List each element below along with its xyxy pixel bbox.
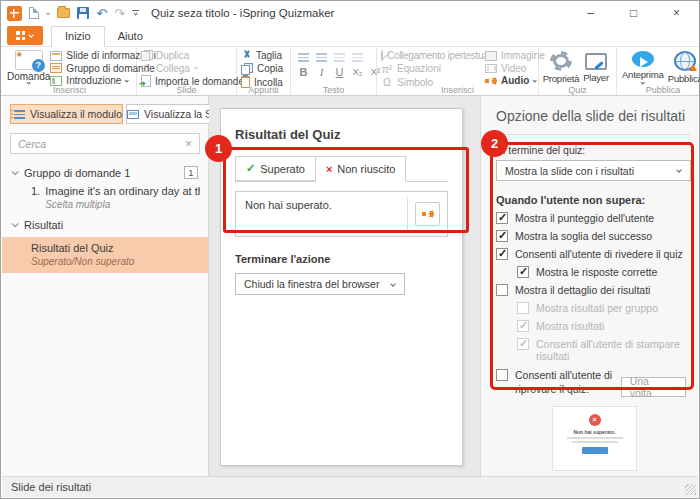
ribbon-group-quiz: Proprietà Player Quiz xyxy=(539,47,617,95)
options-panel-title: Opzione della slide dei risultati xyxy=(496,96,690,134)
pubblica-button[interactable]: Pubblica xyxy=(664,49,700,84)
search-input[interactable] xyxy=(18,138,185,150)
status-bar: Slide dei risultati xyxy=(2,476,698,497)
copia-button[interactable]: Copia xyxy=(241,63,283,75)
maximize-button[interactable]: □ xyxy=(612,1,655,25)
search-box[interactable]: × xyxy=(10,133,200,154)
checkbox-label: Mostra il punteggio dell'utente xyxy=(515,212,654,224)
retry-quiz-row: Consenti all'utente di riprovare il quiz… xyxy=(496,369,690,397)
checkbox-mostra-risultati: Mostra risultati xyxy=(517,320,690,332)
result-message-text: Non hai superato. xyxy=(245,199,332,211)
publish-globe-icon xyxy=(674,51,696,71)
checkbox-riprovare-quiz[interactable] xyxy=(496,369,508,381)
player-button[interactable]: Player xyxy=(579,49,613,84)
checkbox-mostra-punteggio[interactable]: Mostra il punteggio dell'utente xyxy=(496,212,690,224)
quick-access-toolbar: ↶ ↷ xyxy=(7,6,139,21)
result-message-box[interactable]: Non hai superato. xyxy=(235,191,448,237)
result-item-title: Risultati del Quiz xyxy=(31,242,200,254)
checkbox-box[interactable] xyxy=(496,212,508,224)
new-document-dropdown-icon[interactable] xyxy=(46,11,51,16)
customize-toolbar-icon[interactable] xyxy=(132,10,139,15)
collega-label: Collega xyxy=(156,63,190,74)
clear-search-icon[interactable]: × xyxy=(185,138,192,150)
chevron-down-icon[interactable] xyxy=(12,168,19,175)
domanda-button[interactable]: Domanda xyxy=(7,49,50,84)
question-group-icon xyxy=(50,63,62,73)
checkbox-box xyxy=(517,320,529,332)
ribbon-tab-bar: Inizio Aiuto xyxy=(1,25,699,47)
resize-grip[interactable] xyxy=(685,484,696,495)
view-form-label: Visualizza il modulo xyxy=(30,108,122,120)
quiz-end-label: Al termine del quiz: xyxy=(496,144,690,156)
bold-button[interactable]: B xyxy=(298,66,309,78)
divider xyxy=(407,197,408,231)
tab-superato[interactable]: ✓ Superato xyxy=(235,156,316,181)
view-form-button[interactable]: Visualizza il modulo xyxy=(10,104,123,124)
checkbox-rivedere-quiz[interactable]: Consenti all'utente di rivedere il quiz xyxy=(496,248,690,260)
underline-button[interactable]: U xyxy=(334,66,345,78)
ribbon-group-slide: Duplica Collega Importa le domande Slide xyxy=(137,47,237,95)
italic-button[interactable]: I xyxy=(316,66,327,78)
close-button[interactable]: × xyxy=(655,1,698,25)
tab-non-riuscito-label: Non riuscito xyxy=(337,163,395,175)
window-controls: – □ × xyxy=(569,1,698,25)
tree-results-header[interactable]: Risultati xyxy=(10,215,200,234)
proprieta-label: Proprietà xyxy=(543,73,580,84)
copy-icon xyxy=(241,63,253,75)
checkbox-mostra-soglia[interactable]: Mostra la soglia del successo xyxy=(496,230,690,242)
numbered-list-icon[interactable] xyxy=(316,53,327,62)
redo-icon[interactable]: ↷ xyxy=(114,7,125,20)
image-icon xyxy=(485,51,497,61)
proprieta-button[interactable]: Proprietà xyxy=(543,49,579,84)
sidebar: Visualizza il modulo Visualizza la Slide… xyxy=(2,96,209,476)
chevron-down-icon[interactable] xyxy=(12,220,19,227)
open-icon[interactable] xyxy=(57,8,70,18)
quiz-end-select[interactable]: Mostra la slide con i risultati xyxy=(496,160,691,181)
collegamento-label: Collegamento ipertestuale xyxy=(387,50,496,61)
checkbox-risposte-corrette[interactable]: Mostra le risposte corrette xyxy=(517,266,690,278)
ribbon-group-appunti: Taglia Copia Incolla Appunti xyxy=(237,47,291,95)
checkbox-box xyxy=(517,338,529,350)
checkbox-box[interactable] xyxy=(496,284,508,296)
anteprima-button[interactable]: Anteprima xyxy=(621,49,664,84)
group-label-inserisci-media: Inserisci xyxy=(377,85,538,95)
retry-count-select: Una volta xyxy=(621,377,686,397)
slide-thumbnail[interactable]: × Non hai superato. xyxy=(552,406,637,471)
status-text: Slide dei risultati xyxy=(11,481,91,493)
save-icon[interactable] xyxy=(77,7,89,19)
tab-non-riuscito[interactable]: × Non riuscito xyxy=(315,156,407,182)
group-label-quiz: Quiz xyxy=(539,85,616,95)
checkbox-box[interactable] xyxy=(517,266,529,278)
checkbox-dettaglio-risultati[interactable]: Mostra il dettaglio dei risultati xyxy=(496,284,690,296)
app-menu-button[interactable] xyxy=(7,26,43,45)
minimize-button[interactable]: – xyxy=(569,1,612,25)
cross-icon: × xyxy=(326,163,332,175)
collega-button: Collega xyxy=(141,63,244,74)
tree-result-item-selected[interactable]: Risultati del Quiz Superato/Non superato xyxy=(2,237,208,273)
bullet-list-icon[interactable] xyxy=(298,53,309,62)
subscript-button[interactable]: X₂ xyxy=(352,66,363,78)
result-slide-card: Risultati del Quiz ✓ Superato × Non rius… xyxy=(220,108,463,466)
publish-arrow-icon xyxy=(689,60,697,71)
checkbox-label: Mostra la soglia del successo xyxy=(515,230,652,242)
taglia-label: Taglia xyxy=(256,50,282,61)
audio-playback-button[interactable] xyxy=(415,202,440,226)
tree-group-header[interactable]: Gruppo di domande 1 1 xyxy=(10,163,200,182)
tab-inizio[interactable]: Inizio xyxy=(51,26,105,47)
tab-aiuto[interactable]: Aiuto xyxy=(105,27,156,46)
window-title: Quiz seza titolo - iSpring Quizmaker xyxy=(151,7,334,19)
taglia-button[interactable]: Taglia xyxy=(241,50,283,61)
intro-slide-icon xyxy=(50,76,62,86)
tab-superato-label: Superato xyxy=(260,163,305,175)
pubblica-label: Pubblica xyxy=(668,73,700,84)
thumbnail-text-line xyxy=(567,437,623,439)
retry-label: Consenti all'utente di riprovare il quiz… xyxy=(515,369,621,396)
checkbox-box[interactable] xyxy=(496,248,508,260)
undo-icon[interactable]: ↶ xyxy=(96,7,107,20)
action-select[interactable]: Chiudi la finestra del browser xyxy=(235,273,405,295)
group-label-slide: Slide xyxy=(137,85,236,95)
checkbox-box[interactable] xyxy=(496,230,508,242)
checkbox-label: Mostra risultati per gruppo xyxy=(536,302,658,314)
tree-question-item[interactable]: 1. Imagine it's an ordinary day at the .… xyxy=(10,182,200,215)
new-document-icon[interactable] xyxy=(29,7,39,19)
